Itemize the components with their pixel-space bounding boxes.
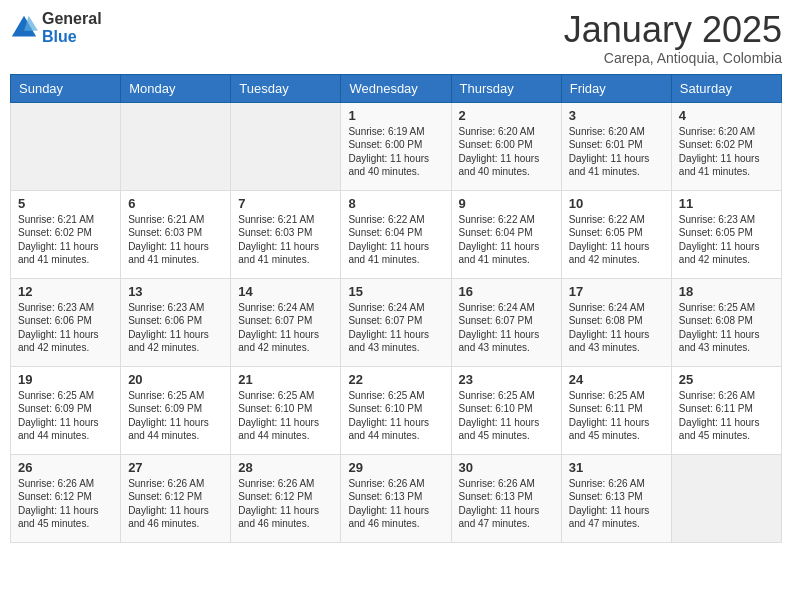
cell-info: Sunrise: 6:25 AM Sunset: 6:10 PM Dayligh… xyxy=(348,389,443,443)
location: Carepa, Antioquia, Colombia xyxy=(564,50,782,66)
calendar-cell: 16Sunrise: 6:24 AM Sunset: 6:07 PM Dayli… xyxy=(451,278,561,366)
day-number: 12 xyxy=(18,284,113,299)
day-number: 2 xyxy=(459,108,554,123)
logo: General Blue xyxy=(10,10,102,45)
calendar-week-2: 5Sunrise: 6:21 AM Sunset: 6:02 PM Daylig… xyxy=(11,190,782,278)
title-block: January 2025 Carepa, Antioquia, Colombia xyxy=(564,10,782,66)
day-number: 23 xyxy=(459,372,554,387)
cell-info: Sunrise: 6:24 AM Sunset: 6:07 PM Dayligh… xyxy=(459,301,554,355)
calendar-cell: 28Sunrise: 6:26 AM Sunset: 6:12 PM Dayli… xyxy=(231,454,341,542)
calendar-cell: 20Sunrise: 6:25 AM Sunset: 6:09 PM Dayli… xyxy=(121,366,231,454)
calendar-cell xyxy=(121,102,231,190)
cell-info: Sunrise: 6:20 AM Sunset: 6:00 PM Dayligh… xyxy=(459,125,554,179)
cell-info: Sunrise: 6:21 AM Sunset: 6:02 PM Dayligh… xyxy=(18,213,113,267)
calendar-cell: 13Sunrise: 6:23 AM Sunset: 6:06 PM Dayli… xyxy=(121,278,231,366)
cell-info: Sunrise: 6:24 AM Sunset: 6:07 PM Dayligh… xyxy=(238,301,333,355)
calendar-cell: 23Sunrise: 6:25 AM Sunset: 6:10 PM Dayli… xyxy=(451,366,561,454)
day-number: 10 xyxy=(569,196,664,211)
calendar-cell: 31Sunrise: 6:26 AM Sunset: 6:13 PM Dayli… xyxy=(561,454,671,542)
calendar-cell: 27Sunrise: 6:26 AM Sunset: 6:12 PM Dayli… xyxy=(121,454,231,542)
calendar-cell xyxy=(231,102,341,190)
calendar-cell: 21Sunrise: 6:25 AM Sunset: 6:10 PM Dayli… xyxy=(231,366,341,454)
day-number: 25 xyxy=(679,372,774,387)
cell-info: Sunrise: 6:22 AM Sunset: 6:05 PM Dayligh… xyxy=(569,213,664,267)
calendar-cell: 7Sunrise: 6:21 AM Sunset: 6:03 PM Daylig… xyxy=(231,190,341,278)
calendar-cell: 26Sunrise: 6:26 AM Sunset: 6:12 PM Dayli… xyxy=(11,454,121,542)
logo-general: General xyxy=(42,10,102,28)
cell-info: Sunrise: 6:20 AM Sunset: 6:02 PM Dayligh… xyxy=(679,125,774,179)
day-number: 1 xyxy=(348,108,443,123)
day-number: 20 xyxy=(128,372,223,387)
cell-info: Sunrise: 6:23 AM Sunset: 6:06 PM Dayligh… xyxy=(18,301,113,355)
logo-text: General Blue xyxy=(42,10,102,45)
calendar-cell: 10Sunrise: 6:22 AM Sunset: 6:05 PM Dayli… xyxy=(561,190,671,278)
cell-info: Sunrise: 6:26 AM Sunset: 6:12 PM Dayligh… xyxy=(18,477,113,531)
calendar-cell: 24Sunrise: 6:25 AM Sunset: 6:11 PM Dayli… xyxy=(561,366,671,454)
day-number: 3 xyxy=(569,108,664,123)
cell-info: Sunrise: 6:25 AM Sunset: 6:11 PM Dayligh… xyxy=(569,389,664,443)
day-number: 27 xyxy=(128,460,223,475)
cell-info: Sunrise: 6:25 AM Sunset: 6:09 PM Dayligh… xyxy=(18,389,113,443)
cell-info: Sunrise: 6:26 AM Sunset: 6:13 PM Dayligh… xyxy=(459,477,554,531)
weekday-header-friday: Friday xyxy=(561,74,671,102)
logo-icon xyxy=(10,14,38,42)
calendar-cell: 17Sunrise: 6:24 AM Sunset: 6:08 PM Dayli… xyxy=(561,278,671,366)
cell-info: Sunrise: 6:25 AM Sunset: 6:09 PM Dayligh… xyxy=(128,389,223,443)
cell-info: Sunrise: 6:26 AM Sunset: 6:11 PM Dayligh… xyxy=(679,389,774,443)
calendar-week-5: 26Sunrise: 6:26 AM Sunset: 6:12 PM Dayli… xyxy=(11,454,782,542)
calendar-cell: 18Sunrise: 6:25 AM Sunset: 6:08 PM Dayli… xyxy=(671,278,781,366)
day-number: 9 xyxy=(459,196,554,211)
weekday-header-monday: Monday xyxy=(121,74,231,102)
day-number: 24 xyxy=(569,372,664,387)
calendar-cell: 11Sunrise: 6:23 AM Sunset: 6:05 PM Dayli… xyxy=(671,190,781,278)
weekday-header-saturday: Saturday xyxy=(671,74,781,102)
cell-info: Sunrise: 6:24 AM Sunset: 6:08 PM Dayligh… xyxy=(569,301,664,355)
calendar: SundayMondayTuesdayWednesdayThursdayFrid… xyxy=(10,74,782,543)
day-number: 18 xyxy=(679,284,774,299)
day-number: 5 xyxy=(18,196,113,211)
calendar-week-3: 12Sunrise: 6:23 AM Sunset: 6:06 PM Dayli… xyxy=(11,278,782,366)
weekday-header-tuesday: Tuesday xyxy=(231,74,341,102)
page-header: General Blue January 2025 Carepa, Antioq… xyxy=(10,10,782,66)
cell-info: Sunrise: 6:24 AM Sunset: 6:07 PM Dayligh… xyxy=(348,301,443,355)
cell-info: Sunrise: 6:26 AM Sunset: 6:12 PM Dayligh… xyxy=(238,477,333,531)
day-number: 26 xyxy=(18,460,113,475)
day-number: 6 xyxy=(128,196,223,211)
cell-info: Sunrise: 6:22 AM Sunset: 6:04 PM Dayligh… xyxy=(348,213,443,267)
day-number: 4 xyxy=(679,108,774,123)
day-number: 21 xyxy=(238,372,333,387)
cell-info: Sunrise: 6:23 AM Sunset: 6:05 PM Dayligh… xyxy=(679,213,774,267)
calendar-cell: 9Sunrise: 6:22 AM Sunset: 6:04 PM Daylig… xyxy=(451,190,561,278)
day-number: 28 xyxy=(238,460,333,475)
cell-info: Sunrise: 6:26 AM Sunset: 6:12 PM Dayligh… xyxy=(128,477,223,531)
calendar-cell: 19Sunrise: 6:25 AM Sunset: 6:09 PM Dayli… xyxy=(11,366,121,454)
cell-info: Sunrise: 6:25 AM Sunset: 6:08 PM Dayligh… xyxy=(679,301,774,355)
cell-info: Sunrise: 6:26 AM Sunset: 6:13 PM Dayligh… xyxy=(348,477,443,531)
day-number: 7 xyxy=(238,196,333,211)
day-number: 31 xyxy=(569,460,664,475)
day-number: 19 xyxy=(18,372,113,387)
cell-info: Sunrise: 6:21 AM Sunset: 6:03 PM Dayligh… xyxy=(128,213,223,267)
weekday-header-wednesday: Wednesday xyxy=(341,74,451,102)
calendar-cell: 29Sunrise: 6:26 AM Sunset: 6:13 PM Dayli… xyxy=(341,454,451,542)
calendar-cell: 2Sunrise: 6:20 AM Sunset: 6:00 PM Daylig… xyxy=(451,102,561,190)
day-number: 30 xyxy=(459,460,554,475)
calendar-cell: 15Sunrise: 6:24 AM Sunset: 6:07 PM Dayli… xyxy=(341,278,451,366)
day-number: 11 xyxy=(679,196,774,211)
month-title: January 2025 xyxy=(564,10,782,50)
cell-info: Sunrise: 6:19 AM Sunset: 6:00 PM Dayligh… xyxy=(348,125,443,179)
calendar-cell: 6Sunrise: 6:21 AM Sunset: 6:03 PM Daylig… xyxy=(121,190,231,278)
day-number: 15 xyxy=(348,284,443,299)
calendar-week-4: 19Sunrise: 6:25 AM Sunset: 6:09 PM Dayli… xyxy=(11,366,782,454)
day-number: 14 xyxy=(238,284,333,299)
cell-info: Sunrise: 6:26 AM Sunset: 6:13 PM Dayligh… xyxy=(569,477,664,531)
day-number: 22 xyxy=(348,372,443,387)
calendar-cell: 5Sunrise: 6:21 AM Sunset: 6:02 PM Daylig… xyxy=(11,190,121,278)
calendar-cell: 8Sunrise: 6:22 AM Sunset: 6:04 PM Daylig… xyxy=(341,190,451,278)
calendar-cell: 14Sunrise: 6:24 AM Sunset: 6:07 PM Dayli… xyxy=(231,278,341,366)
calendar-cell: 12Sunrise: 6:23 AM Sunset: 6:06 PM Dayli… xyxy=(11,278,121,366)
day-number: 13 xyxy=(128,284,223,299)
calendar-cell: 30Sunrise: 6:26 AM Sunset: 6:13 PM Dayli… xyxy=(451,454,561,542)
cell-info: Sunrise: 6:21 AM Sunset: 6:03 PM Dayligh… xyxy=(238,213,333,267)
calendar-cell: 25Sunrise: 6:26 AM Sunset: 6:11 PM Dayli… xyxy=(671,366,781,454)
